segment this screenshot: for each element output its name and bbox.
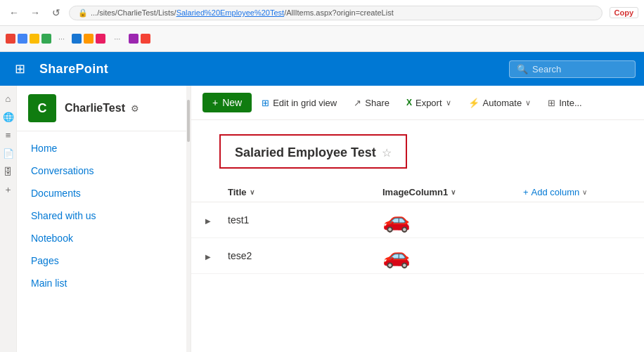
- nav-items: Home Conversations Documents Shared with…: [17, 131, 191, 300]
- row2-title[interactable]: tese2: [228, 250, 382, 261]
- integrate-label: Inte...: [559, 98, 582, 108]
- content-toolbar: + New ⊞ Edit in grid view ↗ Share X Expo…: [191, 86, 644, 120]
- rail-globe-icon[interactable]: 🌐: [1, 110, 15, 124]
- star-icon[interactable]: ☆: [382, 146, 392, 159]
- edit-grid-icon: ⊞: [262, 98, 269, 108]
- reload-button[interactable]: ↺: [48, 4, 65, 21]
- row2-expand-icon[interactable]: ▶: [205, 253, 211, 261]
- list-title: Salaried Employee Test: [235, 145, 376, 160]
- browser-extensions-2: [72, 34, 105, 44]
- icon-rail: ⌂ 🌐 ≡ 📄 🗄 ＋: [0, 86, 17, 352]
- export-label: Export: [416, 98, 442, 108]
- site-header: C CharlieTest ⚙: [17, 86, 191, 131]
- integrate-button[interactable]: ⊞ Inte...: [541, 93, 589, 112]
- integrate-icon: ⊞: [548, 98, 555, 108]
- table-row: ▶ test1 🚗: [191, 202, 644, 238]
- list-title-bar: Salaried Employee Test ☆: [219, 134, 407, 169]
- browser-extensions-3: [129, 34, 150, 44]
- rail-doc-icon[interactable]: 📄: [1, 146, 15, 160]
- image-sort-icon[interactable]: ∨: [451, 188, 456, 196]
- nav-item-conversations[interactable]: Conversations: [17, 159, 191, 182]
- nav-scrollbar-thumb[interactable]: [187, 100, 190, 142]
- browser-extensions: [6, 34, 51, 44]
- browser-chrome: ← → ↺ 🔒 .../sites/CharlieTest/Lists/Sala…: [0, 0, 644, 52]
- title-col-header[interactable]: Title ∨: [228, 187, 382, 197]
- address-text: .../sites/CharlieTest/Lists/Salaried%20E…: [91, 8, 394, 17]
- toolbar-spacer: ···: [58, 34, 65, 43]
- sp-left-nav: C CharlieTest ⚙ Home Conversations Docum…: [17, 86, 191, 352]
- share-button[interactable]: ↗ Share: [347, 93, 397, 112]
- automate-label: Automate: [483, 98, 522, 108]
- row1-image: 🚗: [382, 207, 523, 233]
- browser-nav-bar: ← → ↺ 🔒 .../sites/CharlieTest/Lists/Sala…: [0, 0, 644, 26]
- address-bar[interactable]: 🔒 .../sites/CharlieTest/Lists/Salaried%2…: [69, 6, 603, 20]
- nav-item-pages[interactable]: Pages: [17, 249, 191, 272]
- automate-icon: ⚡: [468, 98, 479, 108]
- export-button[interactable]: X Export ∨: [399, 93, 458, 112]
- row2-title-text: tese2: [228, 250, 368, 261]
- new-plus-icon: +: [212, 97, 218, 108]
- automate-button[interactable]: ⚡ Automate ∨: [461, 93, 539, 112]
- site-name: CharlieTest: [65, 102, 125, 114]
- share-label: Share: [365, 98, 389, 108]
- add-column-label: Add column: [532, 187, 580, 197]
- row1-expand-icon[interactable]: ▶: [205, 217, 211, 225]
- automate-dropdown-icon: ∨: [525, 98, 531, 107]
- nav-item-main-list[interactable]: Main list: [17, 272, 191, 294]
- brand-label: SharePoint: [39, 62, 108, 77]
- image-col-header[interactable]: ImageColumn1 ∨: [382, 187, 523, 197]
- row2-image: 🚗: [382, 242, 523, 269]
- row1-checkbox[interactable]: ▶: [205, 214, 228, 226]
- forward-button[interactable]: →: [27, 4, 44, 21]
- title-sort-icon[interactable]: ∨: [250, 188, 255, 196]
- browser-toolbar: ··· ···: [0, 26, 644, 51]
- search-icon: 🔍: [517, 64, 528, 74]
- list-headers: Title ∨ ImageColumn1 ∨ + Add column ∨: [191, 183, 644, 202]
- rail-add-icon[interactable]: ＋: [1, 183, 15, 197]
- sp-content: + New ⊞ Edit in grid view ↗ Share X Expo…: [191, 86, 644, 352]
- title-col-label: Title: [228, 187, 247, 197]
- add-column-icon: +: [523, 187, 529, 197]
- address-highlight: Salaried%20Employee%20Test: [176, 8, 284, 17]
- search-placeholder: Search: [532, 64, 561, 74]
- sharepoint-app: ⊞ SharePoint 🔍 Search ⌂ 🌐 ≡ 📄 🗄 ＋ C Char…: [0, 52, 644, 352]
- row2-checkbox[interactable]: ▶: [205, 249, 228, 262]
- nav-item-documents[interactable]: Documents: [17, 182, 191, 204]
- table-row: ▶ tese2 🚗: [191, 238, 644, 274]
- waffle-icon[interactable]: ⊞: [8, 58, 31, 80]
- rail-list-icon[interactable]: ≡: [1, 128, 15, 142]
- export-dropdown-icon: ∨: [446, 98, 451, 107]
- row1-car-icon: 🚗: [382, 207, 411, 233]
- image-col-label: ImageColumn1: [382, 187, 448, 197]
- sp-main: ⌂ 🌐 ≡ 📄 🗄 ＋ C CharlieTest ⚙ Home Convers…: [0, 86, 644, 352]
- row1-title-text: test1: [228, 214, 368, 226]
- site-settings-icon[interactable]: ⚙: [131, 103, 139, 114]
- copy-badge: Copy: [610, 7, 639, 18]
- share-icon: ↗: [354, 98, 361, 108]
- rail-home-icon[interactable]: ⌂: [1, 91, 15, 105]
- back-button[interactable]: ←: [6, 4, 22, 21]
- row1-title[interactable]: test1: [228, 214, 382, 226]
- export-icon: X: [406, 98, 412, 107]
- edit-grid-label: Edit in grid view: [273, 98, 337, 108]
- row2-car-icon: 🚗: [382, 242, 411, 269]
- add-col-dropdown-icon[interactable]: ∨: [582, 188, 587, 196]
- new-label: New: [222, 97, 242, 108]
- nav-scrollbar[interactable]: [186, 86, 191, 352]
- edit-grid-view-button[interactable]: ⊞ Edit in grid view: [255, 93, 344, 112]
- site-icon: C: [28, 94, 56, 122]
- add-column-button[interactable]: + Add column ∨: [523, 187, 587, 197]
- nav-item-shared[interactable]: Shared with us: [17, 204, 191, 227]
- nav-item-notebook[interactable]: Notebook: [17, 227, 191, 249]
- sp-topbar: ⊞ SharePoint 🔍 Search: [0, 52, 644, 86]
- rail-db-icon[interactable]: 🗄: [1, 164, 15, 178]
- search-box[interactable]: 🔍 Search: [509, 60, 636, 78]
- new-button[interactable]: + New: [202, 93, 252, 112]
- nav-item-home[interactable]: Home: [17, 137, 191, 159]
- checkbox-col-header: [205, 187, 228, 197]
- toolbar-spacer-2: ···: [114, 34, 120, 43]
